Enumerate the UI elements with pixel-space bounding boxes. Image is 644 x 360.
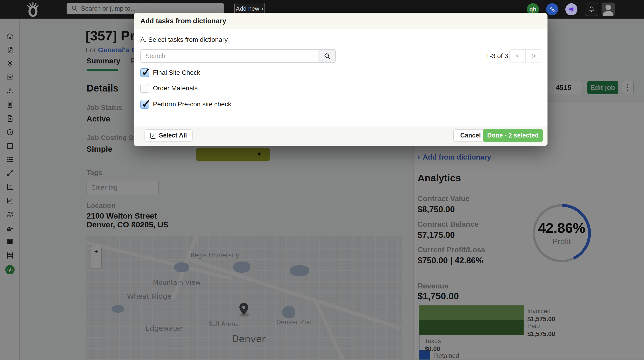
modal-header: Add tasks from dictionary [134, 13, 548, 29]
task-row-precon-site-check[interactable]: Perform Pre-con site check [140, 99, 231, 109]
search-icon [71, 5, 78, 12]
done-button[interactable]: Done - 2 selected [483, 129, 543, 142]
modal-step-label: A. Select tasks from dictionary [140, 36, 228, 43]
pagination-range: 1-3 of 3 [462, 52, 508, 60]
modal-title: Add tasks from dictionary [140, 17, 226, 25]
task-row-order-materials[interactable]: Order Materials [140, 83, 198, 93]
notifications-bell-icon[interactable] [585, 3, 598, 16]
app-root: Search or jump to... Add new ▾ qb [0, 0, 644, 360]
avatar-body [603, 11, 614, 16]
pagination-next-button[interactable]: > [526, 50, 542, 62]
phone-icon[interactable] [546, 3, 558, 15]
checkbox-check-icon: ✓ [150, 133, 156, 139]
pagination-prev-button[interactable]: < [510, 50, 526, 62]
avatar-head [606, 5, 611, 10]
select-all-button[interactable]: ✓ Select All [144, 129, 192, 142]
checkbox[interactable] [140, 84, 149, 93]
modal-search-input[interactable] [140, 49, 318, 63]
task-row-final-site-check[interactable]: Final Site Check [140, 68, 200, 78]
global-search-placeholder: Search or jump to... [81, 5, 136, 12]
modal-search-button[interactable] [318, 49, 336, 63]
modal-footer: ✓ Select All Cancel Done - 2 selected [134, 127, 548, 146]
announcements-icon[interactable] [565, 3, 578, 15]
task-label: Order Materials [153, 85, 198, 92]
add-tasks-modal: Add tasks from dictionary A. Select task… [134, 13, 548, 146]
modal-search [140, 49, 336, 63]
task-label: Perform Pre-con site check [153, 101, 231, 108]
pagination-controls: < > [510, 50, 542, 63]
chevron-down-icon: ▾ [262, 7, 264, 11]
account-avatar[interactable] [602, 3, 615, 16]
checkbox[interactable] [140, 100, 149, 109]
task-label: Final Site Check [153, 69, 200, 76]
app-logo-icon[interactable] [26, 2, 40, 17]
cancel-button[interactable]: Cancel [453, 129, 488, 142]
checkbox[interactable] [140, 68, 149, 77]
